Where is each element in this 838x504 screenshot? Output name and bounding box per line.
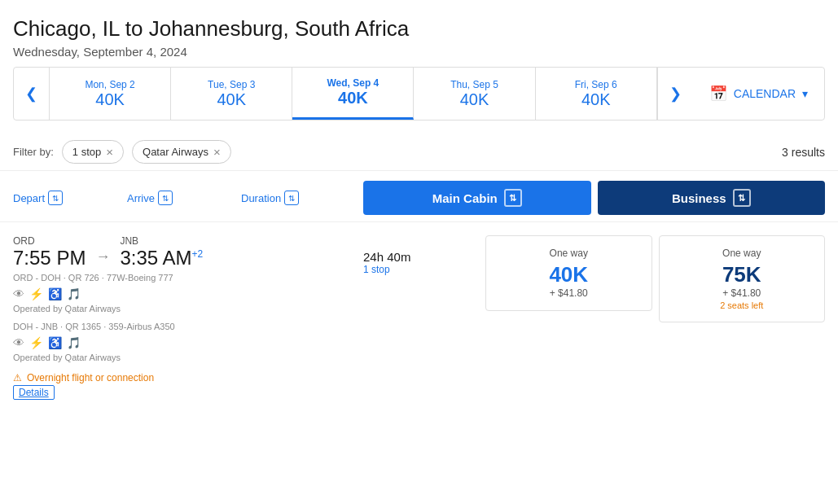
calendar-label: CALENDAR <box>734 87 796 100</box>
arrive-label: Arrive <box>127 192 155 204</box>
filter-left: Filter by: 1 stop × Qatar Airways × <box>13 140 231 164</box>
price-columns: One way 40K + $41.80 One way 75K + $41.8… <box>485 235 825 322</box>
date-cell-2[interactable]: Wed, Sep 4 40K <box>292 68 414 120</box>
date-price-2: 40K <box>338 89 368 107</box>
depart-airport: ORD 7:55 PM <box>13 235 86 270</box>
overnight-warning: ⚠ Overnight flight or connection <box>13 372 363 383</box>
warning-icon: ⚠ <box>13 372 22 383</box>
date-navigator: ❮ Mon, Sep 2 40K Tue, Sep 3 40K Wed, Sep… <box>13 67 825 121</box>
depart-label: Depart <box>13 192 45 204</box>
main-cabin-sort-icon: ⇅ <box>504 189 522 207</box>
depart-sort[interactable]: Depart ⇅ <box>13 191 127 205</box>
depart-column-header: Depart ⇅ <box>13 191 127 205</box>
date-cell-4[interactable]: Fri, Sep 6 40K <box>536 68 657 120</box>
main-cabin-points: 40K <box>499 262 638 287</box>
date-label-4: Fri, Sep 6 <box>575 79 617 90</box>
main-cabin-one-way: One way <box>499 248 638 259</box>
cabin-columns: Main Cabin ⇅ Business ⇅ <box>363 181 825 215</box>
seg1-detail-text: ORD - DOH · QR 726 · 77W-Boeing 777 <box>13 273 173 283</box>
date-price-1: 40K <box>217 90 246 109</box>
date-price-0: 40K <box>95 90 125 109</box>
depart-sort-icon: ⇅ <box>48 191 63 205</box>
arrive-code: JNB <box>120 235 203 247</box>
accessible-icon: ♿ <box>48 287 62 300</box>
arrive-plus: +2 <box>191 248 203 260</box>
columns-header: Depart ⇅ Arrive ⇅ Duration ⇅ Main Cabin … <box>0 171 838 221</box>
filter-chip-1stop[interactable]: 1 stop × <box>62 140 124 164</box>
business-cash: + $41.80 <box>673 287 812 299</box>
accessible-icon-2: ♿ <box>48 336 62 349</box>
date-cell-1[interactable]: Tue, Sep 3 40K <box>171 68 292 120</box>
duration-column-header: Duration ⇅ <box>241 191 363 205</box>
main-cabin-cash: + $41.80 <box>499 287 638 299</box>
seg1-amenities: 👁 ⚡ ♿ 🎵 <box>13 287 363 300</box>
depart-time: 7:55 PM <box>13 247 86 270</box>
page-subtitle: Wednesday, September 4, 2024 <box>13 45 825 59</box>
date-cell-3[interactable]: Thu, Sep 5 40K <box>414 68 535 120</box>
overnight-text: Overnight flight or connection <box>27 372 154 383</box>
power-icon: ⚡ <box>29 287 43 300</box>
seg2-detail-text: DOH - JNB · QR 1365 · 359-Airbus A350 <box>13 322 175 331</box>
business-one-way: One way <box>673 248 812 259</box>
date-label-1: Tue, Sep 3 <box>208 79 255 90</box>
date-price-3: 40K <box>460 90 489 109</box>
filter-bar: Filter by: 1 stop × Qatar Airways × 3 re… <box>0 134 838 171</box>
route-arrow-icon: → <box>95 248 110 265</box>
seg1-operated: Operated by Qatar Airways <box>13 304 363 313</box>
prev-date-arrow[interactable]: ❮ <box>14 68 50 120</box>
page-header: Chicago, IL to Johannesburg, South Afric… <box>0 0 838 67</box>
page-title: Chicago, IL to Johannesburg, South Afric… <box>13 16 825 42</box>
filter-chip-qatar[interactable]: Qatar Airways × <box>132 140 231 164</box>
seg2-details: DOH - JNB · QR 1365 · 359-Airbus A350 <box>13 322 363 331</box>
wifi-icon-2: 👁 <box>13 336 24 349</box>
entertainment-icon-2: 🎵 <box>67 336 81 349</box>
business-seats: 2 seats left <box>673 300 812 310</box>
arrive-airport: JNB 3:35 AM+2 <box>120 235 203 270</box>
arrive-time: 3:35 AM+2 <box>120 247 203 270</box>
duration-info: 24h 40m 1 stop <box>363 235 485 275</box>
arrive-sort[interactable]: Arrive ⇅ <box>127 191 241 205</box>
flight-route: ORD 7:55 PM → JNB 3:35 AM+2 <box>13 235 363 270</box>
seg1-details: ORD - DOH · QR 726 · 77W-Boeing 777 <box>13 273 363 283</box>
duration-sort-icon: ⇅ <box>284 191 299 205</box>
arrive-column-header: Arrive ⇅ <box>127 191 241 205</box>
business-points: 75K <box>673 262 812 287</box>
filter-chip-1stop-label: 1 stop <box>72 146 101 158</box>
main-cabin-price-card[interactable]: One way 40K + $41.80 <box>485 235 652 311</box>
depart-code: ORD <box>13 235 86 247</box>
results-count: 3 results <box>782 146 825 159</box>
business-sort-icon: ⇅ <box>733 189 751 207</box>
next-date-arrow[interactable]: ❯ <box>657 68 693 120</box>
calendar-button[interactable]: 📅 CALENDAR ▾ <box>693 68 824 120</box>
business-header[interactable]: Business ⇅ <box>598 181 826 215</box>
wifi-icon: 👁 <box>13 287 24 300</box>
filter-chip-qatar-label: Qatar Airways <box>143 146 208 158</box>
duration-time: 24h 40m <box>363 250 485 264</box>
stop-info: 1 stop <box>363 264 485 275</box>
arrive-sort-icon: ⇅ <box>158 191 173 205</box>
entertainment-icon: 🎵 <box>67 287 81 300</box>
date-label-0: Mon, Sep 2 <box>85 79 134 90</box>
business-label: Business <box>672 191 726 205</box>
chevron-down-icon: ▾ <box>802 87 808 100</box>
date-price-4: 40K <box>581 90 611 109</box>
filter-label: Filter by: <box>13 146 54 158</box>
seg2-amenities: 👁 ⚡ ♿ 🎵 <box>13 336 363 349</box>
duration-label: Duration <box>241 192 281 204</box>
power-icon-2: ⚡ <box>29 336 43 349</box>
chip-close-icon-2[interactable]: × <box>213 145 221 159</box>
date-label-2: Wed, Sep 4 <box>327 77 379 89</box>
date-cell-0[interactable]: Mon, Sep 2 40K <box>50 68 171 120</box>
chip-close-icon[interactable]: × <box>106 145 113 159</box>
main-cabin-label: Main Cabin <box>432 191 498 205</box>
flight-info: ORD 7:55 PM → JNB 3:35 AM+2 ORD - DOH · … <box>13 235 363 400</box>
date-label-3: Thu, Sep 5 <box>450 79 498 90</box>
flight-row: ORD 7:55 PM → JNB 3:35 AM+2 ORD - DOH · … <box>0 221 838 413</box>
duration-sort[interactable]: Duration ⇅ <box>241 191 363 205</box>
main-cabin-header[interactable]: Main Cabin ⇅ <box>363 181 591 215</box>
seg2-operated: Operated by Qatar Airways <box>13 353 363 362</box>
details-link[interactable]: Details <box>13 385 55 400</box>
business-price-card[interactable]: One way 75K + $41.80 2 seats left <box>659 235 826 322</box>
calendar-icon: 📅 <box>709 85 727 103</box>
flight-columns: Depart ⇅ Arrive ⇅ Duration ⇅ <box>13 191 363 205</box>
